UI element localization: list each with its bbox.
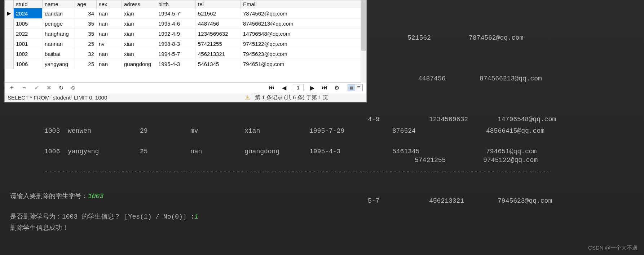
cancel-button[interactable]: ✖ [45,84,52,91]
term-tel: 1234569632 [389,115,476,124]
scrollbar[interactable] [361,0,366,83]
table-row[interactable]: 1001nannan25nvxian1998-8-357421255974512… [5,39,366,49]
warning-icon: ⚠ [244,94,251,101]
page-input[interactable] [293,84,304,91]
table-row[interactable]: 1005pengge35nanxian1995-4-64487456874566… [5,19,366,29]
table-row[interactable]: 1002baiibai32nanxian1994-5-7456213321794… [5,49,366,59]
col-adress[interactable]: adress [122,0,156,8]
term-tel: 521562 [368,33,429,43]
next-page-button[interactable]: ▶ [309,84,316,91]
watermark: CSDN @一个大不遛 [588,245,638,251]
db-toolbar: ＋ － ✔ ✖ ↻ ⦸ ⏮ ◀ ▶ ⏭ ⚙ ▦ ☰ [5,82,366,93]
grid-view-icon[interactable]: ▦ [348,84,355,91]
term-email: 7874562@qq.com [429,33,523,43]
term-tel: 456213321 [389,196,476,206]
view-toggle[interactable]: ▦ ☰ [348,84,363,91]
term-birthfrag: 4-9 [368,115,389,124]
term-email: 14796548@qq.com [476,115,556,124]
prev-page-button[interactable]: ◀ [281,84,288,91]
last-page-button[interactable]: ⏭ [321,84,328,91]
col-stuid[interactable]: stuId [14,0,43,8]
refresh-button[interactable]: ↻ [57,84,65,91]
table-row[interactable]: 2022hanghang35nanxian1992-4-912345696321… [5,29,366,39]
table-row[interactable]: 1006yangyang25nanguangdong1995-4-3546134… [5,59,366,69]
term-email: 874566213@qq.com [436,74,542,84]
sql-text: SELECT * FROM `student` LIMIT 0, 1000 [5,94,244,101]
stop-button[interactable]: ⦸ [70,84,77,91]
table-row[interactable]: ▶2024dandan34nanxian1994-5-7521562787456… [5,8,366,19]
term-birthfrag: 5-7 [368,196,389,206]
status-bar: SELECT * FROM `student` LIMIT 0, 1000 ⚠ … [5,93,366,102]
first-page-button[interactable]: ⏮ [268,84,275,91]
col-email[interactable]: Email [241,0,366,8]
add-row-button[interactable]: ＋ [8,84,16,91]
record-status: 第 1 条记录 (共 6 条) 于第 1 页 [251,94,366,101]
term-email: 9745122@qq.com [476,155,538,165]
settings-button[interactable]: ⚙ [333,84,340,91]
col-sex[interactable]: sex [97,0,122,8]
col-name[interactable]: name [43,0,75,8]
term-email: 7945623@qq.com [476,196,552,206]
apply-button[interactable]: ✔ [33,84,40,91]
delete-row-button[interactable]: － [21,84,28,91]
term-tel: 57421255 [389,155,476,165]
term-tel: 4487456 [368,74,436,84]
col-birth[interactable]: birth [156,0,196,8]
database-window: stuId name age sex adress birth tel Emai… [4,0,367,102]
col-age[interactable]: age [75,0,97,8]
results-table: stuId name age sex adress birth tel Emai… [5,0,366,69]
col-tel[interactable]: tel [196,0,241,8]
form-view-icon[interactable]: ☰ [355,84,362,91]
